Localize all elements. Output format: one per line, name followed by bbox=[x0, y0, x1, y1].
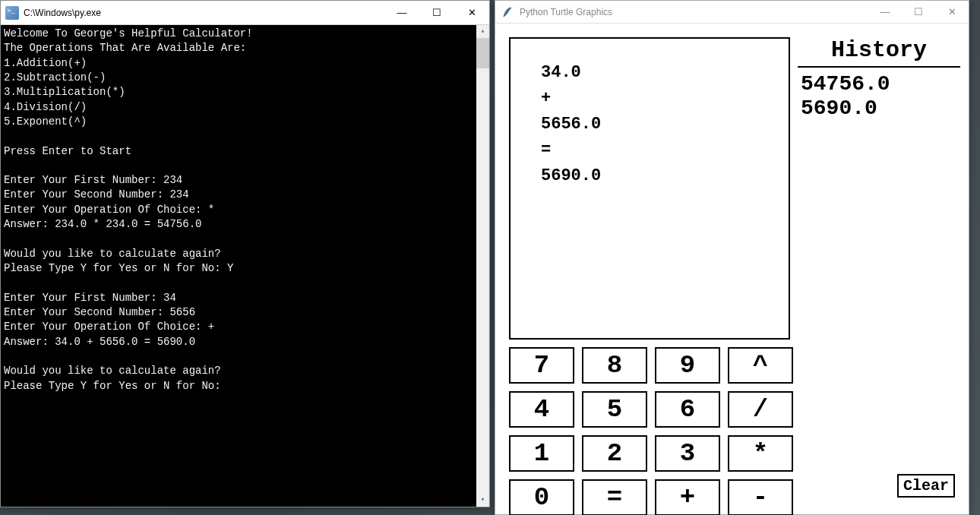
display-operator: + bbox=[541, 86, 758, 112]
keypad-button-+[interactable]: + bbox=[655, 479, 720, 515]
console-output: Welcome To George's Helpful Calculator! … bbox=[4, 27, 486, 393]
keypad-button-0[interactable]: 0 bbox=[509, 479, 574, 515]
history-panel: History 54756.05690.0 bbox=[798, 37, 960, 125]
turtle-canvas: 34.0 + 5656.0 = 5690.0 789^456/123*0=+- … bbox=[495, 24, 969, 514]
history-item: 54756.0 bbox=[801, 72, 957, 96]
keypad-button-=[interactable]: = bbox=[582, 479, 647, 515]
calculator-display: 34.0 + 5656.0 = 5690.0 bbox=[509, 37, 790, 340]
calculator-keypad: 789^456/123*0=+- bbox=[509, 347, 793, 515]
keypad-button-5[interactable]: 5 bbox=[582, 391, 647, 428]
console-app-icon bbox=[5, 6, 19, 20]
scrollbar-thumb[interactable] bbox=[476, 38, 489, 68]
keypad-button--[interactable]: - bbox=[728, 479, 793, 515]
keypad-button-8[interactable]: 8 bbox=[582, 347, 647, 384]
keypad-button-3[interactable]: 3 bbox=[655, 435, 720, 472]
clear-button[interactable]: Clear bbox=[897, 474, 955, 498]
turtle-window-controls: — ☐ ✕ bbox=[868, 1, 969, 23]
keypad-button-6[interactable]: 6 bbox=[655, 391, 720, 428]
keypad-button-9[interactable]: 9 bbox=[655, 347, 720, 384]
keypad-button-2[interactable]: 2 bbox=[582, 435, 647, 472]
display-operand2: 5656.0 bbox=[541, 112, 758, 137]
close-button[interactable]: ✕ bbox=[454, 1, 489, 24]
close-button[interactable]: ✕ bbox=[935, 1, 969, 23]
history-title: History bbox=[798, 37, 960, 68]
display-equals: = bbox=[541, 137, 758, 163]
history-item: 5690.0 bbox=[801, 96, 957, 121]
python-feather-icon bbox=[501, 6, 514, 18]
turtle-window: Python Turtle Graphics — ☐ ✕ 34.0 + 5656… bbox=[495, 0, 969, 515]
history-items: 54756.05690.0 bbox=[798, 68, 960, 125]
console-window-controls: — ☐ ✕ bbox=[384, 1, 489, 24]
scroll-up-icon[interactable]: ▴ bbox=[476, 25, 489, 38]
display-operand1: 34.0 bbox=[541, 60, 758, 86]
turtle-title: Python Turtle Graphics bbox=[520, 7, 868, 17]
display-result: 5690.0 bbox=[541, 163, 758, 189]
console-scrollbar[interactable]: ▴ ▾ bbox=[476, 25, 489, 507]
keypad-button-^[interactable]: ^ bbox=[728, 347, 793, 384]
maximize-button[interactable]: ☐ bbox=[902, 1, 935, 23]
console-titlebar[interactable]: C:\Windows\py.exe — ☐ ✕ bbox=[1, 1, 489, 25]
keypad-button-4[interactable]: 4 bbox=[509, 391, 574, 428]
console-title: C:\Windows\py.exe bbox=[24, 8, 384, 18]
console-body[interactable]: Welcome To George's Helpful Calculator! … bbox=[1, 25, 489, 507]
minimize-button[interactable]: — bbox=[868, 1, 902, 23]
maximize-button[interactable]: ☐ bbox=[419, 1, 454, 24]
keypad-button-7[interactable]: 7 bbox=[509, 347, 574, 384]
console-window: C:\Windows\py.exe — ☐ ✕ Welcome To Georg… bbox=[0, 0, 490, 507]
keypad-button-/[interactable]: / bbox=[728, 391, 793, 428]
scroll-down-icon[interactable]: ▾ bbox=[476, 494, 489, 507]
keypad-button-*[interactable]: * bbox=[728, 435, 793, 472]
keypad-button-1[interactable]: 1 bbox=[509, 435, 574, 472]
minimize-button[interactable]: — bbox=[384, 1, 419, 24]
turtle-titlebar[interactable]: Python Turtle Graphics — ☐ ✕ bbox=[495, 1, 969, 24]
